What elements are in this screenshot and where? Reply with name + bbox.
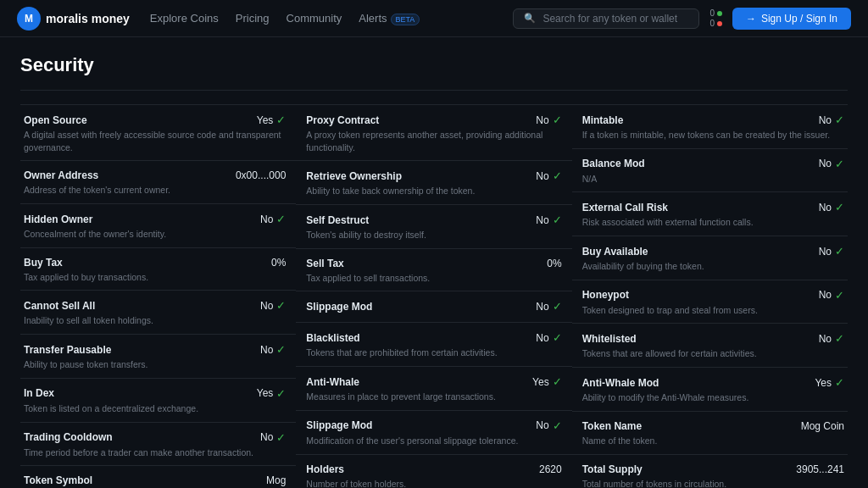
check-icon: ✓ (553, 114, 562, 126)
cell-label: Anti-Whale (306, 376, 359, 388)
cell-desc: Address of the token's current owner. (24, 184, 286, 197)
cell-value: Yes ✓ (532, 375, 562, 388)
cell-label: Token Name (582, 420, 642, 432)
cell-value: No ✓ (536, 114, 561, 126)
notif-dot-red (717, 21, 722, 26)
check-icon: ✓ (835, 201, 844, 214)
cell-value: No ✓ (260, 431, 286, 444)
cell-header: Sell Tax 0% (306, 258, 561, 269)
sign-icon: → (746, 13, 756, 25)
cell-header: Token Name Mog Coin (582, 420, 844, 432)
cell-whitelisted: Whitelisted No ✓ Tokens that are allowed… (572, 324, 848, 368)
cell-value: No ✓ (819, 289, 844, 302)
cell-desc: Ability to pause token transfers. (24, 358, 286, 371)
cell-desc: N/A (582, 173, 844, 186)
check-icon: ✓ (835, 289, 844, 302)
cell-value: Yes ✓ (257, 114, 287, 126)
cell-header: Blacklisted No ✓ (306, 331, 561, 344)
cell-self-destruct: Self Destruct No ✓ Token's ability to de… (296, 205, 571, 249)
cell-retrieve-ownership: Retrieve Ownership No ✓ Ability to take … (296, 161, 571, 205)
cell-buy-tax: Buy Tax 0% Tax applied to buy transactio… (20, 248, 296, 291)
cell-value: No ✓ (260, 213, 286, 225)
cell-label: Blacklisted (306, 332, 359, 344)
cell-value: No ✓ (260, 299, 286, 312)
search-bar[interactable]: 🔍 Search for any token or wallet (513, 8, 699, 29)
cell-cannot-sell-all: Cannot Sell All No ✓ Inability to sell a… (20, 291, 296, 335)
cell-label: Anti-Whale Mod (582, 377, 659, 389)
cell-header: Total Supply 3905...241 (582, 463, 844, 475)
cell-desc: Token designed to trap and steal from us… (582, 304, 844, 317)
cell-value: 0% (547, 258, 561, 269)
cell-value: No ✓ (536, 300, 561, 313)
cell-desc: Risk associated with external function c… (582, 216, 844, 229)
cell-holders: Holders 2620 Number of token holders. (296, 455, 571, 489)
cell-open-source: Open Source Yes ✓ A digital asset with f… (20, 105, 296, 161)
cell-desc: Tokens that are allowed for certain acti… (582, 347, 844, 360)
notif-row-2: 0 (709, 19, 722, 28)
cell-desc: Token is listed on a decentralized excha… (24, 402, 286, 415)
cell-label: Open Source (24, 114, 87, 126)
nav-community[interactable]: Community (287, 12, 342, 25)
cell-slippage-mod: Slippage Mod No ✓ (296, 291, 571, 323)
check-icon: ✓ (553, 375, 562, 388)
cell-desc: Time period before a trader can make ano… (24, 446, 286, 459)
cell-label: Buy Tax (24, 257, 63, 269)
col-middle: Proxy Contract No ✓ A proxy token repres… (296, 105, 571, 488)
cell-value: No ✓ (260, 343, 286, 356)
cell-sell-tax: Sell Tax 0% Tax applied to sell transact… (296, 249, 571, 292)
col-right: Mintable No ✓ If a token is mintable, ne… (572, 105, 848, 488)
cell-value: 2620 (539, 463, 562, 475)
cell-header: Owner Address 0x00....000 (24, 169, 286, 181)
cell-trading-cooldown: Trading Cooldown No ✓ Time period before… (20, 423, 296, 467)
cell-honeypot: Honeypot No ✓ Token designed to trap and… (572, 280, 848, 324)
cell-label: Cannot Sell All (24, 300, 95, 312)
cell-in-dex: In Dex Yes ✓ Token is listed on a decent… (20, 379, 296, 423)
cell-value: Yes ✓ (257, 387, 287, 400)
cell-header: Holders 2620 (306, 463, 561, 475)
cell-blacklisted: Blacklisted No ✓ Tokens that are prohibi… (296, 323, 571, 367)
cell-buy-available: Buy Available No ✓ Availability of buyin… (572, 236, 848, 280)
cell-owner-address: Owner Address 0x00....000 Address of the… (20, 161, 296, 204)
sign-in-button[interactable]: → Sign Up / Sign In (732, 8, 851, 30)
search-icon: 🔍 (524, 13, 536, 24)
cell-label: Hidden Owner (24, 214, 92, 225)
nav-explore[interactable]: Explore Coins (150, 12, 219, 25)
cell-desc: Concealment of the owner's identity. (24, 228, 286, 241)
title-divider (20, 90, 848, 91)
check-icon: ✓ (835, 376, 844, 389)
notif-dot-green (717, 11, 722, 16)
cell-value: 0% (271, 257, 286, 269)
check-icon: ✓ (276, 387, 286, 400)
cell-value: No ✓ (819, 114, 844, 126)
check-icon: ✓ (276, 299, 286, 312)
cell-label: In Dex (24, 387, 54, 399)
header: M moralis money Explore Coins Pricing Co… (0, 0, 868, 37)
cell-label: Owner Address (24, 169, 98, 181)
cell-desc: Token's ability to destroy itself. (306, 229, 561, 241)
nav-pricing[interactable]: Pricing (236, 12, 270, 25)
check-icon: ✓ (835, 114, 844, 126)
cell-header: In Dex Yes ✓ (24, 387, 286, 400)
security-grid: Open Source Yes ✓ A digital asset with f… (20, 104, 848, 488)
cell-hidden-owner: Hidden Owner No ✓ Concealment of the own… (20, 204, 296, 248)
cell-desc: Modification of the user's personal slip… (306, 435, 561, 447)
logo[interactable]: M moralis money (17, 7, 130, 30)
nav-alerts[interactable]: AlertsBETA (359, 12, 420, 25)
cell-label: Sell Tax (306, 258, 343, 269)
main-content: Security Open Source Yes ✓ A digital ass… (0, 37, 868, 488)
alerts-badge: BETA (391, 14, 420, 25)
cell-desc: Number of token holders. (306, 478, 561, 489)
cell-label: Holders (306, 463, 344, 475)
header-right: 🔍 Search for any token or wallet 0 0 → S… (513, 8, 851, 30)
cell-header: Anti-Whale Yes ✓ (306, 375, 561, 388)
cell-value: No ✓ (536, 214, 561, 226)
cell-header: Slippage Mod No ✓ (306, 419, 561, 432)
cell-header: Buy Tax 0% (24, 257, 286, 269)
cell-desc: Tax applied to buy transactions. (24, 271, 286, 284)
cell-desc: A proxy token represents another asset, … (306, 129, 561, 153)
cell-header: Balance Mod No ✓ (582, 158, 844, 170)
cell-desc: A digital asset with freely accessible s… (24, 129, 286, 153)
cell-header: Hidden Owner No ✓ (24, 213, 286, 225)
check-icon: ✓ (835, 158, 844, 170)
check-icon: ✓ (553, 169, 562, 182)
